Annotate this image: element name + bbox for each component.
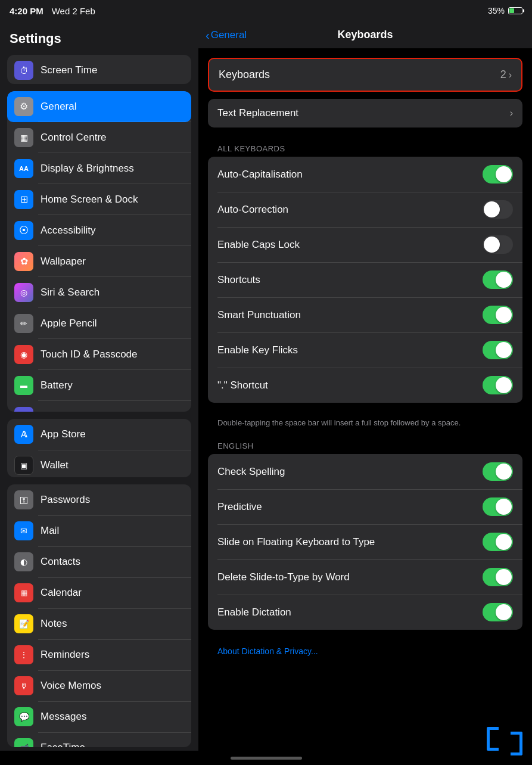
battery-percentage: 35% xyxy=(488,6,505,15)
back-chevron-icon: ‹ xyxy=(206,29,210,41)
english-group: Check Spelling Predictive Slide on Float… xyxy=(208,454,522,630)
shortcuts-label: Shortcuts xyxy=(217,274,483,286)
sidebar-item-control-centre[interactable]: ▦ Control Centre xyxy=(7,122,191,153)
predictive-row[interactable]: Predictive xyxy=(208,489,522,524)
wallpaper-icon: ✿ xyxy=(14,252,33,271)
apple-pencil-icon: ✏ xyxy=(14,314,33,333)
sidebar-group-top: ⏱ Screen Time xyxy=(7,55,191,84)
shortcuts-row[interactable]: Shortcuts xyxy=(208,262,522,297)
sidebar-item-reminders[interactable]: ⋮ Reminders xyxy=(7,639,191,670)
smart-punctuation-label: Smart Punctuation xyxy=(217,309,483,321)
sidebar-title: Settings xyxy=(0,21,198,51)
enable-key-flicks-toggle[interactable] xyxy=(483,341,513,359)
keyboards-row[interactable]: Keyboards 2 › xyxy=(208,58,522,92)
sidebar-item-notes[interactable]: 📝 Notes xyxy=(7,608,191,639)
smart-punctuation-toggle[interactable] xyxy=(483,306,513,324)
delete-slide-toggle[interactable] xyxy=(483,568,513,586)
sidebar-item-label: Siri & Search xyxy=(41,287,184,298)
sidebar-item-wallpaper[interactable]: ✿ Wallpaper xyxy=(7,246,191,277)
sidebar-item-label: FaceTime xyxy=(41,742,184,747)
sidebar-item-passwords[interactable]: ⚿ Passwords xyxy=(7,484,191,515)
period-shortcut-toggle[interactable] xyxy=(483,376,513,394)
auto-correction-label: Auto-Correction xyxy=(217,204,483,216)
sidebar-item-label: Touch ID & Passcode xyxy=(41,349,184,360)
sidebar-item-facetime[interactable]: 📹 FaceTime xyxy=(7,732,191,747)
sidebar-group-apps: ⚿ Passwords ✉ Mail ◐ Contacts ▦ C xyxy=(7,484,191,747)
status-bar: 4:20 PM Wed 2 Feb 35% xyxy=(0,0,532,21)
check-spelling-toggle[interactable] xyxy=(483,462,513,481)
auto-correction-row[interactable]: Auto-Correction xyxy=(208,192,522,227)
shortcuts-toggle[interactable] xyxy=(483,270,513,289)
text-replacement-label: Text Replacement xyxy=(217,107,510,119)
slide-floating-toggle[interactable] xyxy=(483,533,513,551)
sidebar-item-general[interactable]: ⚙ General xyxy=(7,91,191,122)
sidebar-item-screen-time[interactable]: ⏱ Screen Time xyxy=(7,55,191,84)
enable-caps-lock-row[interactable]: Enable Caps Lock xyxy=(208,227,522,262)
watermark xyxy=(487,727,522,751)
sidebar-group-general: ⚙ General ▦ Control Centre AA Display & … xyxy=(7,91,191,412)
check-spelling-label: Check Spelling xyxy=(217,466,483,478)
sidebar-item-privacy[interactable]: ✋ Privacy xyxy=(7,401,191,412)
sidebar-item-battery[interactable]: ▬ Battery xyxy=(7,370,191,401)
sidebar-item-label: Calendar xyxy=(41,587,184,599)
auto-capitalisation-row[interactable]: Auto-Capitalisation xyxy=(208,157,522,192)
sidebar-item-accessibility[interactable]: ⦿ Accessibility xyxy=(7,215,191,246)
sidebar-item-mail[interactable]: ✉ Mail xyxy=(7,515,191,546)
sidebar-item-label: Wallpaper xyxy=(41,256,184,268)
period-shortcut-label: "." Shortcut xyxy=(217,380,483,391)
sidebar-item-label: Reminders xyxy=(41,649,184,661)
delete-slide-row[interactable]: Delete Slide-to-Type by Word xyxy=(208,559,522,595)
about-dictation-link[interactable]: About Dictation & Privacy... xyxy=(208,642,522,666)
sidebar-item-label: Contacts xyxy=(41,556,184,568)
text-replacement-row[interactable]: Text Replacement › xyxy=(208,99,522,128)
sidebar-item-label: General xyxy=(41,101,184,113)
reminders-icon: ⋮ xyxy=(14,645,33,664)
right-panel-header: ‹ General Keyboards xyxy=(198,21,532,48)
check-spelling-row[interactable]: Check Spelling xyxy=(208,454,522,489)
sidebar-item-touch-id[interactable]: ◉ Touch ID & Passcode xyxy=(7,339,191,370)
enable-dictation-row[interactable]: Enable Dictation xyxy=(208,595,522,630)
toggle-thumb xyxy=(496,342,512,358)
predictive-label: Predictive xyxy=(217,501,483,513)
slide-floating-row[interactable]: Slide on Floating Keyboard to Type xyxy=(208,524,522,559)
back-button[interactable]: ‹ General xyxy=(206,29,247,41)
sidebar-item-label: Voice Memos xyxy=(41,680,184,692)
toggle-thumb xyxy=(496,166,512,182)
right-panel: ‹ General Keyboards Keyboards 2 › Text R… xyxy=(198,21,532,751)
control-centre-icon: ▦ xyxy=(14,128,33,147)
messages-icon: 💬 xyxy=(14,707,33,726)
sidebar-item-label: Control Centre xyxy=(41,132,184,144)
auto-capitalisation-toggle[interactable] xyxy=(483,165,513,184)
smart-punctuation-row[interactable]: Smart Punctuation xyxy=(208,297,522,332)
sidebar-item-wallet[interactable]: ▣ Wallet xyxy=(7,450,191,477)
toggle-thumb xyxy=(496,307,512,323)
home-bar xyxy=(231,757,302,760)
wallet-icon: ▣ xyxy=(14,456,33,475)
sidebar-item-apple-pencil[interactable]: ✏ Apple Pencil xyxy=(7,308,191,339)
sidebar-group-stores: 𝔸 App Store ▣ Wallet xyxy=(7,419,191,477)
sidebar-item-voice-memos[interactable]: 🎙 Voice Memos xyxy=(7,670,191,701)
predictive-toggle[interactable] xyxy=(483,497,513,516)
sidebar-item-siri-search[interactable]: ◎ Siri & Search xyxy=(7,277,191,308)
siri-icon: ◎ xyxy=(14,283,33,302)
notes-icon: 📝 xyxy=(14,614,33,633)
sidebar-item-calendar[interactable]: ▦ Calendar xyxy=(7,577,191,608)
sidebar-item-display-brightness[interactable]: AA Display & Brightness xyxy=(7,153,191,184)
enable-key-flicks-row[interactable]: Enable Key Flicks xyxy=(208,332,522,368)
period-shortcut-row[interactable]: "." Shortcut xyxy=(208,368,522,403)
all-keyboards-group: Auto-Capitalisation Auto-Correction Enab… xyxy=(208,157,522,403)
battery-icon xyxy=(508,7,522,14)
sidebar-item-label: Notes xyxy=(41,618,184,630)
sidebar-item-messages[interactable]: 💬 Messages xyxy=(7,701,191,732)
battery-fill xyxy=(509,8,514,13)
keyboards-chevron-icon: › xyxy=(509,70,512,80)
enable-caps-lock-toggle[interactable] xyxy=(483,235,513,254)
sidebar-item-contacts[interactable]: ◐ Contacts xyxy=(7,546,191,577)
enable-dictation-toggle[interactable] xyxy=(483,603,513,621)
sidebar-item-home-screen[interactable]: ⊞ Home Screen & Dock xyxy=(7,184,191,215)
auto-correction-toggle[interactable] xyxy=(483,200,513,219)
sidebar-item-label: Mail xyxy=(41,525,184,537)
sidebar-item-app-store[interactable]: 𝔸 App Store xyxy=(7,419,191,450)
toggle-thumb xyxy=(496,272,512,288)
home-indicator xyxy=(0,751,532,765)
